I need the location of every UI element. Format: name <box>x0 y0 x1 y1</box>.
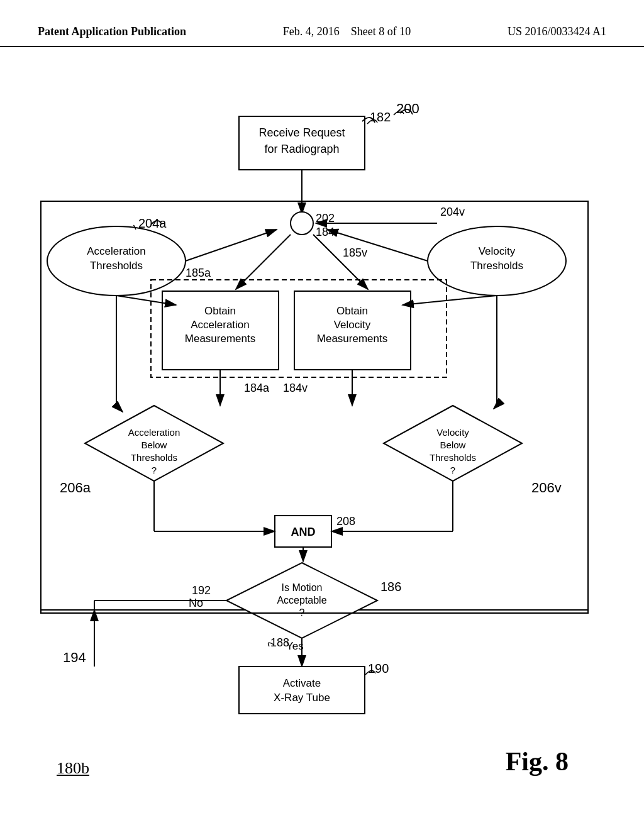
svg-text:190: 190 <box>368 661 389 675</box>
svg-text:Acceptable: Acceptable <box>277 595 326 606</box>
svg-text:Measurements: Measurements <box>317 333 387 345</box>
svg-line-57 <box>494 406 497 409</box>
svg-text:Acceleration: Acceleration <box>191 319 250 331</box>
svg-text:204v: 204v <box>440 206 465 218</box>
svg-text:?: ? <box>450 465 455 475</box>
figure-label: Fig. 8 <box>506 746 569 777</box>
svg-text:for Radiograph: for Radiograph <box>264 143 339 155</box>
svg-text:206a: 206a <box>60 480 91 495</box>
diagram-container: Receive Request for Radiograph 182 200 2… <box>0 53 644 795</box>
svg-line-23 <box>313 235 368 289</box>
flowchart-svg: Receive Request for Radiograph 182 200 2… <box>0 53 644 795</box>
svg-text:186: 186 <box>380 580 401 594</box>
svg-text:184a: 184a <box>244 382 270 394</box>
svg-text:206v: 206v <box>531 480 562 495</box>
svg-text:185v: 185v <box>343 246 367 259</box>
svg-text:?: ? <box>152 465 157 475</box>
svg-text:Acceleration: Acceleration <box>87 245 146 257</box>
svg-text:182: 182 <box>370 110 391 124</box>
header-left: Patent Application Publication <box>38 25 186 38</box>
svg-text:Is Motion: Is Motion <box>282 582 323 593</box>
page-header: Patent Application Publication Feb. 4, 2… <box>0 0 644 47</box>
svg-text:208: 208 <box>336 515 355 528</box>
svg-text:Velocity: Velocity <box>479 245 516 257</box>
svg-text:Activate: Activate <box>283 677 321 689</box>
svg-text:Measurements: Measurements <box>185 333 255 345</box>
svg-text:Thresholds: Thresholds <box>131 452 177 463</box>
svg-text:Obtain: Obtain <box>336 305 368 317</box>
svg-line-22 <box>236 235 291 289</box>
svg-text:Acceleration: Acceleration <box>128 427 180 438</box>
svg-text:184v: 184v <box>283 382 308 394</box>
header-date: Feb. 4, 2016 <box>283 25 340 38</box>
header-sheet: Sheet 8 of 10 <box>351 25 411 38</box>
svg-line-55 <box>116 406 123 412</box>
svg-text:Yes: Yes <box>286 640 304 652</box>
svg-text:Velocity: Velocity <box>436 427 469 438</box>
svg-text:185a: 185a <box>186 267 211 279</box>
header-center: Feb. 4, 2016 Sheet 8 of 10 <box>283 25 411 38</box>
svg-text:No: No <box>189 597 203 609</box>
svg-line-26 <box>327 230 428 261</box>
svg-text:Obtain: Obtain <box>204 305 236 317</box>
svg-line-37 <box>402 296 497 305</box>
svg-text:X-Ray Tube: X-Ray Tube <box>274 692 330 704</box>
svg-text:184: 184 <box>316 226 335 238</box>
svg-text:Thresholds: Thresholds <box>90 260 143 272</box>
svg-text:194: 194 <box>63 650 86 665</box>
svg-text:Receive Request: Receive Request <box>258 126 345 139</box>
svg-text:Below: Below <box>440 440 466 450</box>
header-right: US 2016/0033424 A1 <box>508 25 606 38</box>
svg-text:Below: Below <box>142 440 167 450</box>
svg-rect-80 <box>239 667 365 714</box>
figure-ref: 180b <box>57 759 89 778</box>
svg-line-24 <box>186 230 277 261</box>
svg-text:AND: AND <box>291 526 316 538</box>
svg-text:192: 192 <box>192 584 211 597</box>
svg-text:Thresholds: Thresholds <box>430 452 476 463</box>
svg-point-8 <box>291 212 313 235</box>
svg-text:Thresholds: Thresholds <box>470 260 523 272</box>
svg-text:200: 200 <box>396 101 419 116</box>
svg-text:Velocity: Velocity <box>334 319 371 331</box>
